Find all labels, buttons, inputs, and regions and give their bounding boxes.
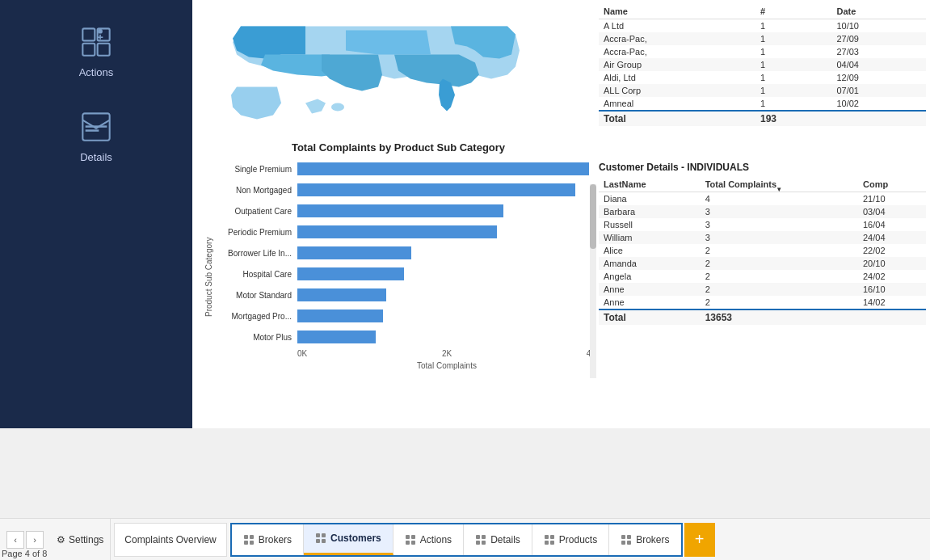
settings-label: Settings [69, 534, 103, 545]
svg-rect-3 [98, 44, 110, 56]
bar-fill [297, 246, 411, 259]
svg-rect-29 [550, 541, 554, 545]
x-axis: 0K 2K 4K [217, 349, 596, 358]
nav-next-button[interactable]: › [26, 531, 44, 549]
bar-row: Outpatient Care [297, 202, 596, 220]
main-content: Name # Date A Ltd110/10Accra-Pac,127/09A… [192, 0, 930, 428]
y-axis-label: Product Sub Category [200, 160, 217, 394]
chart-title: Total Complaints by Product Sub Category [200, 141, 596, 154]
svg-rect-0 [82, 28, 95, 40]
complaints-overview-tab[interactable]: Complaints Overview [114, 523, 226, 557]
tab-brokers[interactable]: Brokers [232, 524, 304, 555]
col-name: Name [599, 4, 755, 19]
bar-fill [297, 204, 503, 217]
actions-icon [77, 23, 116, 61]
customer-details-title: Customer Details - INDIVIDUALS [599, 162, 926, 173]
svg-point-4 [98, 29, 103, 34]
svg-rect-21 [411, 541, 415, 545]
tab-icon-actions [405, 534, 416, 545]
bar-row: Hospital Care [297, 265, 596, 283]
tab-icon-brokers2 [621, 534, 632, 545]
customer-row: Amanda220/10 [599, 257, 926, 270]
svg-rect-7 [86, 129, 99, 132]
bar-row: Mortgaged Pro... [297, 307, 596, 325]
bar-row: Borrower Life In... [297, 244, 596, 262]
svg-rect-2 [82, 44, 95, 56]
svg-rect-24 [476, 541, 480, 545]
settings-icon: ⚙ [57, 534, 65, 545]
svg-rect-18 [406, 535, 410, 539]
svg-rect-19 [411, 535, 415, 539]
customer-details-table: LastName Total Complaints ▼ Comp Diana42… [599, 177, 926, 325]
bar-fill [297, 183, 575, 196]
col-count: # [755, 4, 831, 19]
customer-row: William324/04 [599, 231, 926, 244]
customer-row: Diana421/10 [599, 192, 926, 206]
svg-rect-10 [244, 535, 248, 539]
tab-icon-brokers [243, 534, 255, 545]
svg-rect-15 [322, 533, 326, 537]
bar-fill [297, 225, 497, 238]
svg-rect-16 [316, 539, 320, 543]
customer-col-comp: Comp [858, 177, 926, 192]
page-info: Page 4 of 8 [2, 549, 47, 558]
tab-products[interactable]: Products [532, 524, 609, 555]
tab-brokers2[interactable]: Brokers [609, 524, 680, 555]
bar-row: Non Mortgaged [297, 181, 596, 199]
customer-row: Russell316/04 [599, 218, 926, 231]
customer-col-complaints: Total Complaints ▼ [701, 177, 858, 192]
bar-fill [297, 331, 376, 343]
svg-rect-23 [482, 535, 486, 539]
svg-rect-30 [621, 535, 625, 539]
customer-row: Anne214/02 [599, 296, 926, 309]
complaint-row: Amneal110/02 [599, 97, 926, 111]
tab-details[interactable]: Details [464, 524, 532, 555]
bar-fill [297, 267, 404, 280]
add-tab-button[interactable]: + [684, 523, 715, 557]
details-icon [77, 107, 116, 146]
complaints-total-row: Total193 [599, 111, 926, 126]
tab-icon-products [544, 534, 555, 545]
complaint-row: Air Group104/04 [599, 58, 926, 71]
nav-arrows: ‹ › [0, 531, 50, 549]
svg-rect-33 [627, 541, 631, 545]
tab-group: Brokers Customers Actions Details Produc… [230, 523, 683, 557]
complaint-row: A Ltd110/10 [599, 19, 926, 33]
bar-fill [297, 309, 383, 322]
svg-rect-25 [482, 541, 486, 545]
chart-container: Product Sub Category Single Premium Non … [200, 160, 596, 394]
nav-settings-button[interactable]: ⚙ Settings [50, 519, 111, 560]
svg-rect-22 [476, 535, 480, 539]
customer-row: Angela224/02 [599, 270, 926, 283]
customer-details: Customer Details - INDIVIDUALS LastName … [595, 158, 930, 428]
customer-row: Barbara303/04 [599, 205, 926, 218]
x-axis-label: Total Complaints [217, 361, 596, 370]
svg-rect-13 [250, 541, 254, 545]
nav-prev-button[interactable]: ‹ [6, 531, 24, 549]
sidebar: Actions Details [0, 0, 192, 428]
tab-customers[interactable]: Customers [304, 524, 393, 555]
svg-rect-32 [621, 541, 625, 545]
svg-rect-14 [316, 533, 320, 537]
sidebar-item-actions[interactable]: Actions [0, 8, 192, 93]
chart-area: Total Complaints by Product Sub Category… [200, 141, 596, 416]
bar-fill [297, 288, 386, 301]
bar-fill [297, 162, 589, 175]
customer-row: Anne216/10 [599, 283, 926, 296]
bars-wrapper: Single Premium Non Mortgaged Outpatient … [217, 160, 596, 346]
bar-row: Motor Standard [297, 286, 596, 304]
sidebar-item-details[interactable]: Details [0, 93, 192, 178]
svg-rect-20 [406, 541, 410, 545]
svg-rect-26 [545, 535, 549, 539]
complaints-table: Name # Date A Ltd110/10Accra-Pac,127/09A… [599, 4, 926, 126]
svg-rect-12 [244, 541, 248, 545]
customer-col-name: LastName [599, 177, 701, 192]
customer-row: Alice222/02 [599, 244, 926, 257]
complaint-row: Accra-Pac,127/09 [599, 32, 926, 45]
complaint-row: ALL Corp107/01 [599, 84, 926, 97]
tab-actions[interactable]: Actions [393, 524, 464, 555]
svg-rect-11 [250, 535, 254, 539]
svg-rect-17 [322, 539, 326, 543]
customer-total-row: Total13653 [599, 309, 926, 325]
complaint-row: Aldi, Ltd112/09 [599, 71, 926, 84]
